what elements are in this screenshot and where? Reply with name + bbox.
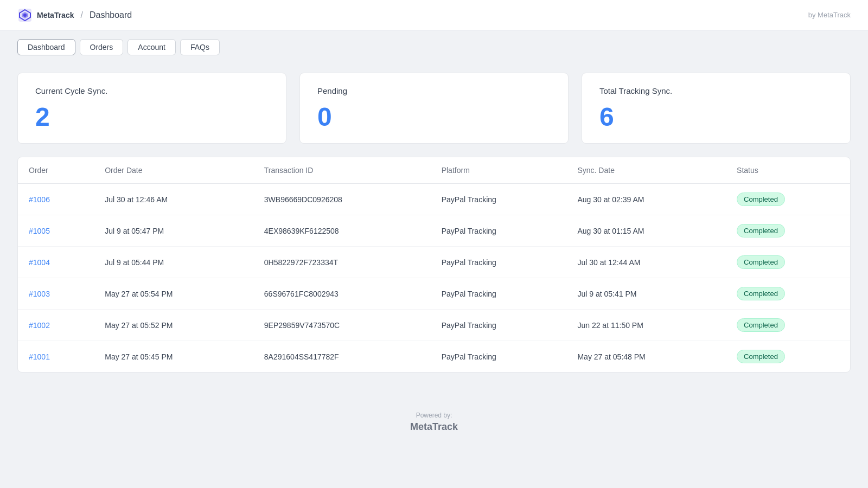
col-transaction-id: Transaction ID bbox=[253, 157, 431, 184]
order-link-0[interactable]: #1006 bbox=[29, 195, 50, 204]
order-link-2[interactable]: #1004 bbox=[29, 258, 50, 267]
cell-status-5: Completed bbox=[726, 341, 850, 373]
cell-sync-date-1: Aug 30 at 01:15 AM bbox=[566, 215, 726, 247]
cell-status-4: Completed bbox=[726, 310, 850, 341]
cell-order-date-4: May 27 at 05:52 PM bbox=[94, 310, 253, 341]
status-badge-3: Completed bbox=[737, 287, 785, 300]
nav-account[interactable]: Account bbox=[127, 39, 176, 55]
main-content: Current Cycle Sync. 2 Pending 0 Total Tr… bbox=[0, 64, 868, 390]
status-badge-5: Completed bbox=[737, 350, 785, 363]
cell-order-date-2: Jul 9 at 05:44 PM bbox=[94, 247, 253, 278]
logo-icon bbox=[17, 8, 33, 23]
order-link-3[interactable]: #1003 bbox=[29, 290, 50, 298]
nav-dashboard[interactable]: Dashboard bbox=[17, 39, 75, 55]
navigation: Dashboard Orders Account FAQs bbox=[0, 30, 868, 64]
cell-order-5: #1001 bbox=[18, 341, 94, 373]
cell-order-date-3: May 27 at 05:54 PM bbox=[94, 278, 253, 310]
stat-label-total-tracking: Total Tracking Sync. bbox=[599, 86, 833, 95]
stat-label-current-cycle: Current Cycle Sync. bbox=[35, 86, 269, 95]
col-platform: Platform bbox=[431, 157, 567, 184]
header-left: MetaTrack / Dashboard bbox=[17, 8, 132, 23]
cell-transaction-id-0: 3WB96669DC0926208 bbox=[253, 184, 431, 215]
nav-orders[interactable]: Orders bbox=[80, 39, 124, 55]
cell-sync-date-0: Aug 30 at 02:39 AM bbox=[566, 184, 726, 215]
table-row: #1002 May 27 at 05:52 PM 9EP29859V747357… bbox=[18, 310, 850, 341]
order-link-5[interactable]: #1001 bbox=[29, 352, 50, 361]
footer-brand: MetaTrack bbox=[0, 421, 868, 433]
cell-status-3: Completed bbox=[726, 278, 850, 310]
cell-platform-2: PayPal Tracking bbox=[431, 247, 567, 278]
cell-platform-5: PayPal Tracking bbox=[431, 341, 567, 373]
col-order-date: Order Date bbox=[94, 157, 253, 184]
cell-sync-date-2: Jul 30 at 12:44 AM bbox=[566, 247, 726, 278]
stats-row: Current Cycle Sync. 2 Pending 0 Total Tr… bbox=[17, 73, 851, 144]
cell-sync-date-4: Jun 22 at 11:50 PM bbox=[566, 310, 726, 341]
status-badge-2: Completed bbox=[737, 255, 785, 269]
svg-point-3 bbox=[23, 14, 27, 17]
cell-platform-4: PayPal Tracking bbox=[431, 310, 567, 341]
orders-table: Order Order Date Transaction ID Platform… bbox=[18, 157, 850, 372]
table-row: #1003 May 27 at 05:54 PM 66S96761FC80029… bbox=[18, 278, 850, 310]
cell-transaction-id-2: 0H5822972F723334T bbox=[253, 247, 431, 278]
col-status: Status bbox=[726, 157, 850, 184]
cell-order-3: #1003 bbox=[18, 278, 94, 310]
cell-order-date-0: Jul 30 at 12:46 AM bbox=[94, 184, 253, 215]
table-row: #1004 Jul 9 at 05:44 PM 0H5822972F723334… bbox=[18, 247, 850, 278]
cell-order-4: #1002 bbox=[18, 310, 94, 341]
col-order: Order bbox=[18, 157, 94, 184]
orders-table-container: Order Order Date Transaction ID Platform… bbox=[17, 157, 851, 373]
cell-sync-date-5: May 27 at 05:48 PM bbox=[566, 341, 726, 373]
breadcrumb-separator: / bbox=[80, 10, 82, 20]
order-link-4[interactable]: #1002 bbox=[29, 321, 50, 330]
cell-order-date-5: May 27 at 05:45 PM bbox=[94, 341, 253, 373]
stat-card-pending: Pending 0 bbox=[299, 73, 569, 144]
cell-status-1: Completed bbox=[726, 215, 850, 247]
cell-transaction-id-4: 9EP29859V7473570C bbox=[253, 310, 431, 341]
header: MetaTrack / Dashboard by MetaTrack bbox=[0, 0, 868, 30]
cell-sync-date-3: Jul 9 at 05:41 PM bbox=[566, 278, 726, 310]
cell-platform-3: PayPal Tracking bbox=[431, 278, 567, 310]
cell-platform-0: PayPal Tracking bbox=[431, 184, 567, 215]
header-attribution: by MetaTrack bbox=[808, 11, 851, 19]
cell-platform-1: PayPal Tracking bbox=[431, 215, 567, 247]
cell-order-date-1: Jul 9 at 05:47 PM bbox=[94, 215, 253, 247]
footer-powered-label: Powered by: bbox=[0, 412, 868, 419]
table-row: #1005 Jul 9 at 05:47 PM 4EX98639KF612250… bbox=[18, 215, 850, 247]
cell-status-2: Completed bbox=[726, 247, 850, 278]
cell-transaction-id-1: 4EX98639KF6122508 bbox=[253, 215, 431, 247]
status-badge-0: Completed bbox=[737, 192, 785, 206]
table-header-row: Order Order Date Transaction ID Platform… bbox=[18, 157, 850, 184]
stat-card-current-cycle: Current Cycle Sync. 2 bbox=[17, 73, 286, 144]
footer: Powered by: MetaTrack bbox=[0, 390, 868, 444]
cell-order-2: #1004 bbox=[18, 247, 94, 278]
status-badge-1: Completed bbox=[737, 224, 785, 237]
table-row: #1001 May 27 at 05:45 PM 8A291604SS41778… bbox=[18, 341, 850, 373]
cell-status-0: Completed bbox=[726, 184, 850, 215]
cell-transaction-id-5: 8A291604SS417782F bbox=[253, 341, 431, 373]
cell-order-0: #1006 bbox=[18, 184, 94, 215]
table-row: #1006 Jul 30 at 12:46 AM 3WB96669DC09262… bbox=[18, 184, 850, 215]
order-link-1[interactable]: #1005 bbox=[29, 227, 50, 235]
col-sync-date: Sync. Date bbox=[566, 157, 726, 184]
breadcrumb-page: Dashboard bbox=[90, 10, 132, 20]
cell-order-1: #1005 bbox=[18, 215, 94, 247]
app-brand: MetaTrack bbox=[37, 11, 74, 20]
stat-value-current-cycle: 2 bbox=[35, 104, 269, 130]
nav-faqs[interactable]: FAQs bbox=[180, 39, 220, 55]
cell-transaction-id-3: 66S96761FC8002943 bbox=[253, 278, 431, 310]
stat-value-pending: 0 bbox=[317, 104, 551, 130]
stat-value-total-tracking: 6 bbox=[599, 104, 833, 130]
stat-card-total-tracking: Total Tracking Sync. 6 bbox=[582, 73, 851, 144]
status-badge-4: Completed bbox=[737, 318, 785, 332]
stat-label-pending: Pending bbox=[317, 86, 551, 95]
